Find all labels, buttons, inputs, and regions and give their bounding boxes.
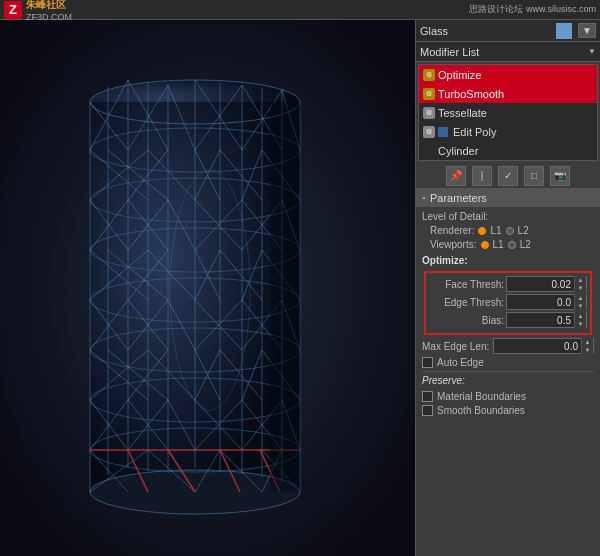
edge-thresh-arrows: ▲ ▼ [574, 294, 586, 310]
modifier-stack: ⚙ Optimize ⚙ TurboSmooth ⚙ Tessellate ⚙ … [418, 64, 598, 161]
max-edge-len-row: Max Edge Len: 0.0 ▲ ▼ [422, 338, 594, 354]
params-content: Level of Detail: Renderer: L1 L2 Vie [416, 207, 600, 423]
material-boundaries-checkbox[interactable] [422, 391, 433, 402]
max-edge-len-down[interactable]: ▼ [582, 346, 593, 354]
edge-thresh-up[interactable]: ▲ [575, 294, 586, 302]
modifier-icon-tessellate: ⚙ [423, 107, 435, 119]
viewports-radio-group: L1 L2 [481, 239, 531, 250]
bias-spinbox[interactable]: 0.5 ▲ ▼ [506, 312, 587, 328]
optimize-section: Face Thresh: 0.02 ▲ ▼ Edge Thresh: [424, 271, 592, 335]
face-thresh-row: Face Thresh: 0.02 ▲ ▼ [429, 276, 587, 292]
face-thresh-label: Face Thresh: [429, 279, 504, 290]
viewports-l2-label: L2 [520, 239, 531, 250]
main-content: Glass ▼ Modifier List ▼ ⚙ Optimize ⚙ Tur… [0, 20, 600, 556]
max-edge-len-up[interactable]: ▲ [582, 338, 593, 346]
smooth-boundaries-row: Smooth Boundaries [422, 405, 594, 416]
material-boundaries-row: Material Boundaries [422, 391, 594, 402]
preserve-row: Preserve: [422, 375, 594, 388]
viewports-l1-label: L1 [493, 239, 504, 250]
face-thresh-up[interactable]: ▲ [575, 276, 586, 284]
face-thresh-down[interactable]: ▼ [575, 284, 586, 292]
logo-z-icon: Z [4, 1, 22, 19]
edge-thresh-value: 0.0 [507, 297, 574, 308]
svg-rect-106 [270, 102, 300, 492]
editpoly-small-icon [438, 127, 448, 137]
modifier-icon-optimize: ⚙ [423, 69, 435, 81]
modifier-icon-editpoly: ⚙ [423, 126, 435, 138]
material-header: Glass ▼ [416, 20, 600, 42]
bias-label: Bias: [429, 315, 504, 326]
renderer-l1-radio[interactable] [478, 227, 486, 235]
auto-edge-label: Auto Edge [437, 357, 484, 368]
tool-camera-icon[interactable]: 📷 [550, 166, 570, 186]
level-of-detail-row: Level of Detail: [422, 211, 594, 222]
modifier-item-turbosmooth[interactable]: ⚙ TurboSmooth [419, 84, 597, 103]
logo-area: Z 朱峰社区 ZF3D.COM [4, 0, 72, 22]
modifier-item-editpoly[interactable]: ⚙ Edit Poly [419, 122, 597, 141]
top-bar: Z 朱峰社区 ZF3D.COM 思路设计论坛 www.silusisc.com [0, 0, 600, 20]
viewports-l1-radio[interactable] [481, 241, 489, 249]
face-thresh-arrows: ▲ ▼ [574, 276, 586, 292]
viewport-canvas [0, 20, 415, 556]
modifier-name-optimize: Optimize [438, 69, 481, 81]
renderer-radio-group: L1 L2 [478, 225, 528, 236]
tool-bar-icon[interactable]: | [472, 166, 492, 186]
bias-up[interactable]: ▲ [575, 312, 586, 320]
modifier-list-header: Modifier List ▼ [416, 42, 600, 62]
viewport[interactable] [0, 20, 415, 556]
viewports-label: Viewports: [430, 239, 477, 250]
smooth-boundaries-label: Smooth Boundaries [437, 405, 525, 416]
modifier-name-cylinder: Cylinder [438, 145, 478, 157]
modifier-icon-cylinder [423, 145, 435, 157]
modifier-icon-turbosmooth: ⚙ [423, 88, 435, 100]
renderer-row: Renderer: L1 L2 [422, 225, 594, 236]
edge-thresh-label: Edge Thresh: [429, 297, 504, 308]
modifier-name-tessellate: Tessellate [438, 107, 487, 119]
modifier-toolbar: 📌 | ✓ □ 📷 [416, 163, 600, 189]
viewports-row: Viewports: L1 L2 [422, 239, 594, 250]
params-section-title: Parameters [430, 192, 487, 204]
max-edge-len-spinbox[interactable]: 0.0 ▲ ▼ [493, 338, 594, 354]
modifier-item-tessellate[interactable]: ⚙ Tessellate [419, 103, 597, 122]
optimize-section-label: Optimize: [422, 255, 468, 266]
modifier-item-cylinder[interactable]: Cylinder [419, 141, 597, 160]
level-of-detail-label: Level of Detail: [422, 211, 488, 222]
edge-thresh-spinbox[interactable]: 0.0 ▲ ▼ [506, 294, 587, 310]
tool-check-icon[interactable]: ✓ [498, 166, 518, 186]
preserve-label: Preserve: [422, 375, 465, 386]
modifier-list-label: Modifier List [420, 46, 479, 58]
modifier-name-editpoly: Edit Poly [453, 126, 496, 138]
material-color-swatch[interactable] [556, 23, 572, 39]
edge-thresh-down[interactable]: ▼ [575, 302, 586, 310]
auto-edge-checkbox[interactable] [422, 357, 433, 368]
bias-value: 0.5 [507, 315, 574, 326]
logo-main-text: 朱峰社区 [26, 0, 72, 12]
renderer-l2-radio[interactable] [506, 227, 514, 235]
tool-square-icon[interactable]: □ [524, 166, 544, 186]
bias-down[interactable]: ▼ [575, 320, 586, 328]
smooth-boundaries-checkbox[interactable] [422, 405, 433, 416]
params-panel: - Parameters Level of Detail: Renderer: … [416, 189, 600, 556]
params-section-header[interactable]: - Parameters [416, 189, 600, 207]
viewports-l2-radio[interactable] [508, 241, 516, 249]
max-edge-len-label: Max Edge Len: [422, 341, 489, 352]
renderer-l1-label: L1 [490, 225, 501, 236]
right-panel: Glass ▼ Modifier List ▼ ⚙ Optimize ⚙ Tur… [415, 20, 600, 556]
tool-pin-icon[interactable]: 📌 [446, 166, 466, 186]
material-dropdown[interactable]: ▼ [578, 23, 596, 38]
max-edge-len-value: 0.0 [494, 341, 581, 352]
modifier-list-arrow[interactable]: ▼ [588, 47, 596, 56]
renderer-label: Renderer: [430, 225, 474, 236]
preserve-divider [422, 371, 594, 372]
material-boundaries-label: Material Boundaries [437, 391, 526, 402]
optimize-label-row: Optimize: [422, 253, 594, 268]
face-thresh-value: 0.02 [507, 279, 574, 290]
modifier-item-optimize[interactable]: ⚙ Optimize [419, 65, 597, 84]
material-name: Glass [420, 25, 448, 37]
params-collapse-icon: - [422, 191, 426, 205]
auto-edge-row: Auto Edge [422, 357, 594, 368]
bias-row: Bias: 0.5 ▲ ▼ [429, 312, 587, 328]
face-thresh-spinbox[interactable]: 0.02 ▲ ▼ [506, 276, 587, 292]
bias-arrows: ▲ ▼ [574, 312, 586, 328]
site-info: 思路设计论坛 www.silusisc.com [469, 3, 596, 16]
